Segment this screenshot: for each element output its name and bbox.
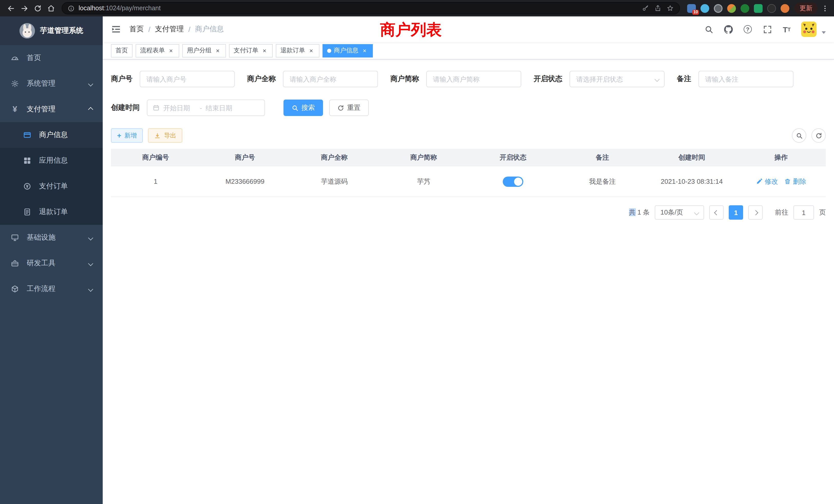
extension-drop-icon[interactable]	[701, 4, 709, 13]
tags-view: 首页 流程表单× 用户分组× 支付订单× 退款订单× 商户信息×	[103, 42, 834, 60]
font-size-button[interactable]: TT	[782, 24, 792, 35]
edit-icon	[756, 178, 763, 185]
sidebar-item-refund-orders[interactable]: 退款订单	[0, 199, 103, 225]
header-search-button[interactable]	[704, 24, 714, 35]
refresh-icon	[815, 132, 822, 139]
prev-page-button[interactable]	[709, 205, 724, 220]
breadcrumb-payment[interactable]: 支付管理	[155, 25, 184, 34]
share-icon[interactable]	[654, 5, 661, 12]
filter-short-name: 商户简称	[390, 71, 521, 87]
date-range-picker[interactable]: -	[147, 99, 265, 116]
next-page-button[interactable]	[748, 205, 763, 220]
sidebar-menu: 首页 系统管理 ¥ 支付管理	[0, 45, 103, 504]
sidebar-item-dev-tools[interactable]: 研发工具	[0, 250, 103, 276]
search-button[interactable]: 搜索	[284, 99, 323, 116]
goto-page-input[interactable]	[793, 205, 814, 220]
browser-menu-button[interactable]	[820, 4, 830, 12]
goto-suffix: 页	[819, 208, 826, 217]
breadcrumb-home[interactable]: 首页	[129, 25, 144, 34]
chevron-down-icon	[88, 81, 93, 86]
github-button[interactable]	[723, 24, 733, 35]
status-select[interactable]	[570, 71, 664, 87]
sidebar-item-payment[interactable]: ¥ 支付管理	[0, 96, 103, 122]
toggle-search-button[interactable]	[792, 128, 806, 143]
refresh-table-button[interactable]	[811, 128, 826, 143]
merchant-no-input[interactable]	[140, 71, 235, 87]
edit-link[interactable]: 修改	[756, 177, 778, 186]
sidebar-item-home[interactable]: 首页	[0, 45, 103, 71]
user-avatar[interactable]	[801, 22, 816, 37]
field-label: 商户号	[111, 74, 132, 84]
sidebar-item-infrastructure[interactable]: 基础设施	[0, 225, 103, 250]
page-number-1[interactable]: 1	[729, 205, 743, 220]
tab-merchant-info[interactable]: 商户信息×	[323, 44, 373, 57]
address-bar[interactable]: localhost:1024/pay/merchant	[62, 2, 680, 14]
tab-pay-orders[interactable]: 支付订单×	[229, 44, 273, 57]
page-size-select[interactable]: 10条/页	[655, 205, 704, 220]
sidebar-item-label: 应用信息	[39, 156, 68, 165]
chevron-left-icon	[714, 210, 719, 215]
browser-refresh-button[interactable]	[31, 2, 44, 15]
close-icon[interactable]: ×	[214, 47, 221, 54]
help-button[interactable]: ?	[743, 24, 753, 35]
home-icon	[47, 4, 55, 12]
sidebar-item-label: 支付订单	[39, 182, 68, 191]
coin-icon	[23, 182, 32, 191]
extension-ring-icon[interactable]	[714, 4, 723, 13]
chevron-down-icon	[88, 287, 93, 292]
filter-row-1: 商户号 商户全称 商户简称 开启状态	[111, 71, 826, 87]
table-toolbar: + 新增 导出	[111, 128, 826, 143]
add-button[interactable]: + 新增	[111, 128, 143, 143]
chevron-down-icon	[88, 235, 93, 240]
sidebar-item-merchant-info[interactable]: 商户信息	[0, 122, 103, 148]
tab-user-group[interactable]: 用户分组×	[182, 44, 226, 57]
sidebar-item-system[interactable]: 系统管理	[0, 71, 103, 96]
remark-input[interactable]	[698, 71, 793, 87]
browser-home-button[interactable]	[44, 2, 58, 15]
extension-knot-icon[interactable]	[767, 4, 776, 13]
column-header: 商户编号	[111, 149, 200, 166]
sidebar-logo[interactable]: 芋道管理系统	[0, 17, 103, 45]
tab-refund-orders[interactable]: 退款订单×	[276, 44, 320, 57]
extension-grid-icon[interactable]: 10	[687, 4, 696, 13]
browser-forward-button[interactable]	[18, 2, 31, 15]
sidebar-item-workflow[interactable]: 工作流程	[0, 276, 103, 302]
extension-face-icon[interactable]	[781, 4, 789, 13]
extension-badge: 10	[692, 9, 699, 15]
refresh-icon	[337, 105, 344, 111]
breadcrumb: 首页 / 支付管理 / 商户信息	[129, 25, 224, 34]
field-label: 开启状态	[533, 74, 562, 84]
password-key-icon[interactable]	[642, 5, 649, 12]
full-name-input[interactable]	[283, 71, 378, 87]
back-arrow-icon	[7, 4, 15, 12]
monitor-icon	[10, 233, 20, 242]
app-navbar: 首页 / 支付管理 / 商户信息 商户列表 ?	[103, 17, 834, 42]
sidebar-item-app-info[interactable]: 应用信息	[0, 148, 103, 174]
close-icon[interactable]: ×	[168, 47, 175, 54]
browser-update-button[interactable]: 更新	[794, 3, 817, 14]
sidebar-item-pay-orders[interactable]: 支付订单	[0, 174, 103, 199]
short-name-input[interactable]	[426, 71, 521, 87]
tab-home[interactable]: 首页	[111, 44, 132, 57]
extension-green-square-icon[interactable]	[754, 4, 763, 13]
pagination: 共 1 条 10条/页 1 前往 页	[111, 205, 826, 220]
date-start-input[interactable]	[163, 104, 196, 112]
delete-link[interactable]: 删除	[784, 177, 806, 186]
sidebar-toggle-button[interactable]	[111, 24, 121, 35]
cell-merchant-no: M233666999	[200, 166, 290, 197]
browser-back-button[interactable]	[4, 2, 18, 15]
extension-green-circle-icon[interactable]	[741, 4, 749, 13]
extension-avatar-icon[interactable]	[727, 4, 736, 13]
bookmark-star-icon[interactable]	[666, 5, 674, 12]
close-icon[interactable]: ×	[261, 47, 268, 54]
status-toggle[interactable]	[503, 176, 523, 187]
kebab-menu-icon	[821, 4, 829, 12]
sidebar-item-label: 系统管理	[27, 79, 56, 88]
reset-button[interactable]: 重置	[329, 99, 369, 116]
close-icon[interactable]: ×	[361, 47, 368, 54]
close-icon[interactable]: ×	[308, 47, 315, 54]
export-button[interactable]: 导出	[148, 128, 182, 143]
fullscreen-button[interactable]	[762, 24, 772, 35]
tab-process-form[interactable]: 流程表单×	[136, 44, 179, 57]
date-end-input[interactable]	[206, 104, 239, 112]
